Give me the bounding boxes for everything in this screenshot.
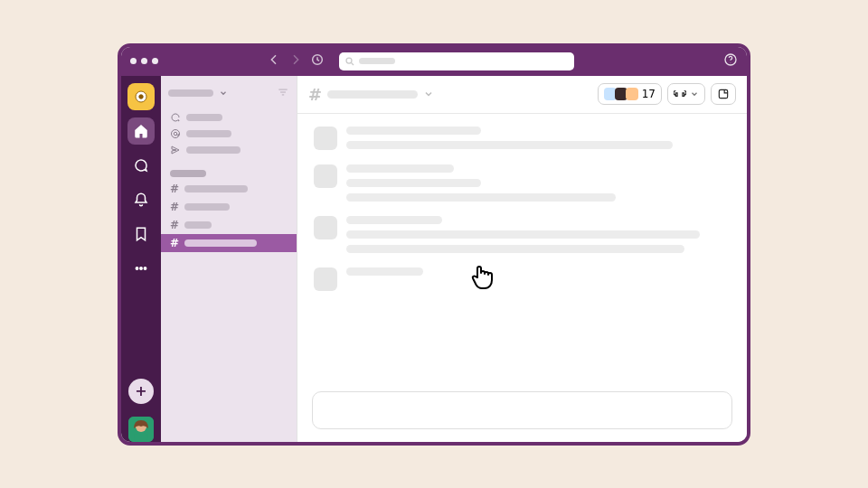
window-min-dot[interactable]: [141, 58, 147, 64]
svg-point-9: [144, 267, 146, 268]
huddle-button[interactable]: [667, 83, 705, 105]
message-avatar: [314, 216, 337, 239]
message-item[interactable]: [314, 216, 731, 253]
channel-item-1[interactable]: #: [161, 180, 297, 198]
later-icon[interactable]: [127, 221, 155, 248]
nav-forward-icon[interactable]: [288, 52, 303, 70]
svg-rect-18: [719, 89, 727, 98]
channel-view: # 17: [297, 76, 747, 442]
members-count: 17: [642, 88, 656, 100]
svg-point-6: [139, 94, 144, 99]
message-composer[interactable]: [312, 391, 732, 429]
window-controls[interactable]: [130, 58, 158, 64]
nav-back-icon[interactable]: [267, 52, 281, 70]
canvas-button[interactable]: [711, 83, 736, 105]
app-window: + # #: [118, 43, 750, 446]
members-chip[interactable]: 17: [598, 83, 662, 105]
channel-item-3[interactable]: #: [161, 216, 297, 234]
message-avatar: [314, 267, 337, 291]
titlebar: [121, 47, 747, 76]
message-item[interactable]: [314, 127, 731, 150]
channels-section-header[interactable]: [161, 167, 297, 180]
help-icon[interactable]: [723, 52, 738, 70]
workspace-rail: +: [121, 76, 161, 442]
dms-icon[interactable]: [127, 152, 155, 179]
history-icon[interactable]: [310, 52, 325, 70]
channel-sidebar: # # # #: [161, 76, 297, 442]
workspace-badge[interactable]: [127, 83, 155, 110]
svg-point-7: [136, 267, 137, 268]
add-workspace-button[interactable]: +: [128, 379, 154, 404]
svg-rect-12: [134, 433, 148, 442]
mentions-item[interactable]: [161, 126, 297, 142]
threads-item[interactable]: [161, 109, 297, 126]
window-max-dot[interactable]: [152, 58, 158, 64]
message-list: [297, 114, 747, 384]
svg-point-16: [172, 129, 180, 137]
activity-icon[interactable]: [127, 186, 155, 213]
svg-point-17: [174, 132, 177, 136]
svg-point-8: [140, 267, 142, 268]
message-item[interactable]: [314, 164, 731, 202]
user-avatar[interactable]: [128, 417, 154, 442]
channel-name-placeholder[interactable]: [327, 90, 418, 99]
svg-point-1: [346, 58, 352, 63]
message-item[interactable]: [314, 267, 731, 291]
channel-header: # 17: [297, 76, 747, 114]
svg-point-4: [731, 61, 731, 62]
channel-item-4-selected[interactable]: #: [161, 234, 297, 252]
search-placeholder: [359, 58, 395, 64]
channel-item-2[interactable]: #: [161, 198, 297, 216]
more-icon[interactable]: [127, 255, 155, 282]
channel-hash-icon: #: [308, 85, 322, 104]
svg-line-2: [352, 62, 354, 65]
drafts-item[interactable]: [161, 142, 297, 158]
home-icon[interactable]: [127, 117, 155, 145]
window-close-dot[interactable]: [130, 58, 137, 64]
global-search-input[interactable]: [339, 52, 574, 70]
message-avatar: [314, 127, 337, 150]
workspace-switcher[interactable]: [161, 81, 297, 106]
filter-icon[interactable]: [277, 85, 289, 102]
message-avatar: [314, 164, 337, 188]
